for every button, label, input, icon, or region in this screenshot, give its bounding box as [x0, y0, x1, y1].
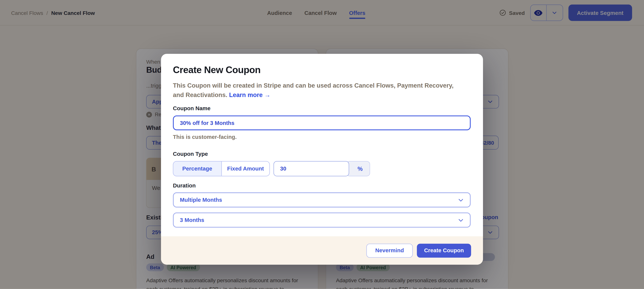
- modal-title: Create New Coupon: [173, 65, 260, 76]
- segment-percentage[interactable]: Percentage: [173, 161, 221, 176]
- app-background: Cancel Flows / New Cancel Flow Audience …: [0, 0, 644, 289]
- duration-interval-select[interactable]: Multiple Months: [173, 192, 470, 208]
- duration-months-value: 3 Months: [180, 217, 204, 223]
- duration-interval-value: Multiple Months: [180, 197, 222, 203]
- coupon-name-input[interactable]: 30% off for 3 Months: [173, 116, 470, 130]
- modal-description-text: This Coupon will be created in Stripe an…: [173, 82, 454, 98]
- coupon-name-label: Coupon Name: [173, 105, 210, 111]
- screenshot-stage: Cancel Flows / New Cancel Flow Audience …: [0, 0, 644, 289]
- modal-description: This Coupon will be created in Stripe an…: [173, 81, 460, 100]
- percent-addon: %: [346, 161, 370, 176]
- coupon-type-segmented-control: Percentage Fixed Amount: [173, 161, 270, 176]
- coupon-name-value: 30% off for 3 Months: [180, 120, 234, 126]
- chevron-down-icon: [458, 197, 464, 203]
- coupon-name-helper: This is customer-facing.: [173, 134, 237, 140]
- duration-months-select[interactable]: 3 Months: [173, 212, 470, 228]
- segment-fixed-amount[interactable]: Fixed Amount: [221, 161, 270, 176]
- amount-group: % 30: [274, 161, 370, 176]
- amount-input[interactable]: 30: [274, 161, 349, 176]
- learn-more-link[interactable]: Learn more →: [229, 91, 270, 98]
- modal-footer: Nevermind Create Coupon: [161, 236, 483, 264]
- coupon-type-row: Percentage Fixed Amount % 30: [173, 161, 370, 176]
- nevermind-button[interactable]: Nevermind: [366, 243, 413, 257]
- create-coupon-modal: Create New Coupon This Coupon will be cr…: [161, 54, 483, 265]
- create-coupon-button[interactable]: Create Coupon: [417, 243, 471, 257]
- amount-value: 30: [280, 166, 286, 172]
- coupon-type-label: Coupon Type: [173, 151, 208, 157]
- chevron-down-icon: [458, 217, 464, 223]
- duration-label: Duration: [173, 182, 196, 189]
